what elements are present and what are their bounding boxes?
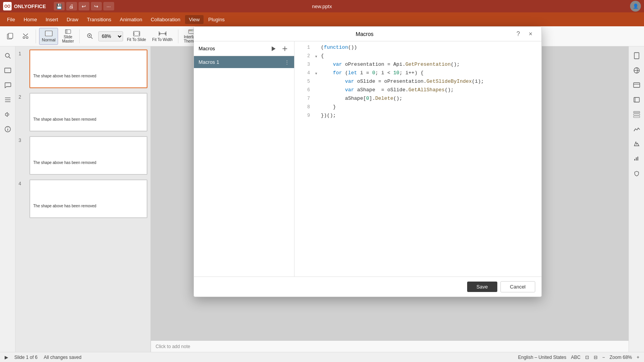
redo-btn[interactable]: ↪ — [91, 2, 102, 10]
line-arrow-7 — [315, 96, 319, 96]
macros-list-header: Macros — [194, 41, 294, 56]
slide-3-thumb[interactable]: 3 The shape above has been removed — [19, 136, 147, 175]
right-sidebar-btn-5[interactable] — [630, 108, 643, 121]
dialog-help-btn[interactable]: ? — [514, 29, 523, 39]
menu-plugins[interactable]: Plugins — [204, 15, 229, 24]
menu-collaboration[interactable]: Collaboration — [147, 15, 184, 24]
menu-view[interactable]: View — [185, 15, 204, 24]
svg-rect-37 — [634, 114, 640, 115]
slide-1-text: The shape above has been removed — [33, 74, 144, 78]
language-label: English – United States — [518, 355, 567, 360]
macros-dialog: Macros ? × Macros Macros — [194, 26, 542, 297]
more-btn[interactable]: ··· — [103, 2, 114, 10]
svg-marker-42 — [272, 46, 276, 51]
right-sidebar-btn-9[interactable] — [630, 167, 643, 179]
undo-btn[interactable]: ↩ — [79, 2, 89, 10]
slide-4-inner[interactable]: The shape above has been removed — [29, 179, 147, 218]
line-code-1: (function()) — [321, 44, 357, 50]
menu-transitions[interactable]: Transitions — [83, 15, 115, 24]
right-sidebar-btn-3[interactable] — [630, 79, 643, 91]
toolbar-cut-btn[interactable] — [19, 28, 33, 45]
right-sidebar-btn-2[interactable] — [630, 64, 643, 77]
line-arrow-4: ▾ — [315, 70, 319, 77]
slide-play-btn[interactable]: ▶ — [5, 355, 8, 360]
sidebar-slides-btn[interactable] — [2, 64, 14, 77]
slide-1-thumb[interactable]: 1 The shape above has been removed — [19, 50, 147, 88]
left-sidebar — [0, 46, 15, 352]
sidebar-info-btn[interactable] — [2, 123, 14, 135]
zoom-in-btn[interactable]: + — [637, 355, 639, 360]
line-arrow-2: ▾ — [315, 53, 319, 60]
toolbar-normal-btn[interactable]: Normal — [39, 28, 58, 45]
macros-list-header-actions — [269, 44, 289, 53]
line-arrow-9 — [315, 113, 319, 113]
right-sidebar-btn-8[interactable] — [630, 152, 643, 165]
menu-insert[interactable]: Insert — [42, 15, 62, 24]
canvas-note[interactable]: Click to add note — [151, 340, 629, 352]
changes-status: All changes saved — [44, 355, 81, 360]
dialog-save-btn[interactable]: Save — [467, 282, 497, 292]
spell-check-icon[interactable]: ABC — [571, 355, 581, 360]
slide-3-inner[interactable]: The shape above has been removed — [29, 136, 147, 175]
logo-icon: OO — [3, 2, 12, 10]
macros-list-body: Macros 1 ⋮ — [194, 56, 294, 277]
menu-home[interactable]: Home — [20, 15, 41, 24]
code-line-8: 8 } — [295, 104, 541, 113]
slide-1-inner[interactable]: The shape above has been removed — [29, 50, 147, 88]
sidebar-audio-btn[interactable] — [2, 108, 14, 121]
user-avatar[interactable]: 👤 — [630, 1, 641, 12]
code-line-9: 9 })(); — [295, 113, 541, 121]
toolbar-copy-btn[interactable] — [3, 28, 17, 45]
fit-width-icon[interactable]: ⊟ — [594, 355, 598, 360]
slide-2-inner[interactable]: The shape above has been removed — [29, 93, 147, 131]
slide-panel: 1 The shape above has been removed 2 The… — [15, 46, 151, 352]
save-btn[interactable]: 💾 — [54, 2, 65, 10]
title-bar-actions: 💾 🖨 ↩ ↪ ··· — [54, 2, 114, 10]
macros-header-label: Macros — [199, 46, 215, 51]
zoom-select[interactable]: 68%50%75%100% — [98, 31, 123, 41]
svg-line-21 — [9, 57, 10, 58]
toolbar-fit-to-slide-btn[interactable]: Fit To Slide — [125, 28, 148, 45]
dialog-titlebar: Macros ? × — [194, 27, 541, 41]
svg-rect-7 — [65, 29, 67, 33]
toolbar-zoom-btn[interactable] — [83, 28, 97, 45]
slide-3-number: 3 — [19, 136, 26, 143]
sidebar-nav-btn[interactable] — [2, 94, 14, 106]
right-sidebar-btn-7[interactable] — [630, 138, 643, 150]
svg-point-20 — [5, 53, 9, 57]
code-editor-panel[interactable]: 1 (function()) 2 ▾ { 3 var oPresentation… — [295, 41, 541, 277]
sidebar-comments-btn[interactable] — [2, 79, 14, 91]
macro-item-1[interactable]: Macros 1 ⋮ — [194, 56, 294, 68]
slide-2-number: 2 — [19, 93, 26, 100]
line-num-5: 5 — [298, 79, 310, 84]
menu-animation[interactable]: Animation — [116, 15, 146, 24]
right-sidebar-btn-1[interactable] — [630, 50, 643, 62]
svg-rect-32 — [634, 83, 640, 87]
slide-2-thumb[interactable]: 2 The shape above has been removed — [19, 93, 147, 131]
right-sidebar-btn-4[interactable] — [630, 94, 643, 106]
macro-add-btn[interactable] — [280, 44, 289, 53]
toolbar-fit-to-width-btn[interactable]: Fit To Width — [150, 28, 175, 45]
right-sidebar-btn-6[interactable] — [630, 123, 643, 135]
menu-draw[interactable]: Draw — [63, 15, 82, 24]
code-line-1: 1 (function()) — [295, 44, 541, 53]
sidebar-search-btn[interactable] — [2, 50, 14, 62]
macro-item-1-dots[interactable]: ⋮ — [284, 59, 289, 65]
slide-4-number: 4 — [19, 179, 26, 186]
app-name: ONLYOFFICE — [14, 3, 46, 9]
toolbar-slide-master-btn[interactable]: SlideMaster — [60, 28, 76, 45]
dialog-footer: Save Cancel — [194, 277, 541, 297]
status-bar: ▶ Slide 1 of 6 All changes saved English… — [0, 352, 644, 362]
print-btn[interactable]: 🖨 — [66, 2, 77, 10]
line-arrow-3 — [315, 61, 319, 62]
svg-point-3 — [26, 36, 28, 38]
slide-4-thumb[interactable]: 4 The shape above has been removed — [19, 179, 147, 218]
dialog-title-btns: ? × — [514, 29, 535, 39]
zoom-out-btn[interactable]: − — [602, 355, 605, 360]
code-line-6: 6 var aShape = oSlide.GetAllShapes(); — [295, 87, 541, 96]
dialog-close-btn[interactable]: × — [526, 29, 535, 39]
macro-run-btn[interactable] — [269, 44, 278, 53]
menu-file[interactable]: File — [3, 15, 19, 24]
fit-page-icon[interactable]: ⊡ — [585, 355, 589, 360]
dialog-cancel-btn[interactable]: Cancel — [500, 281, 535, 292]
